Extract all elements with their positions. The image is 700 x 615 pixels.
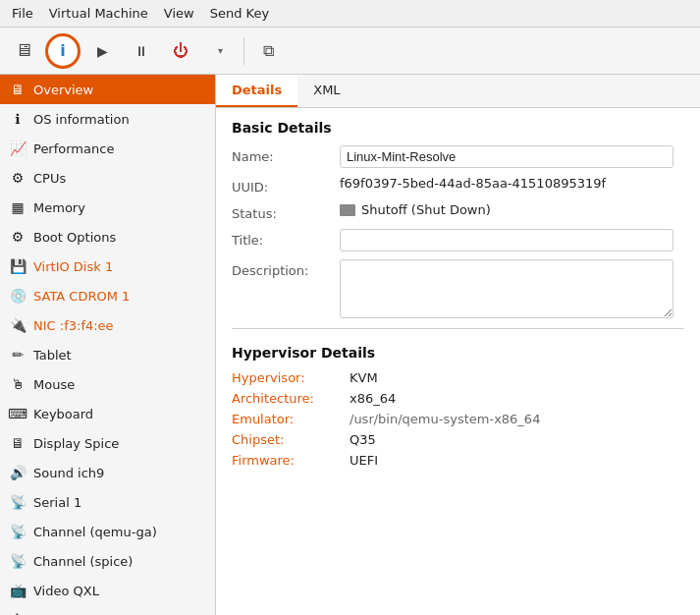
boot-icon: ⚙: [8, 227, 27, 247]
sidebar-item-memory[interactable]: ▦Memory: [0, 193, 215, 222]
channel-icon: 📡: [8, 522, 27, 541]
sidebar-item-performance[interactable]: 📈Performance: [0, 134, 215, 163]
firmware-value: UEFI: [350, 453, 378, 468]
title-row: Title:: [232, 229, 684, 252]
description-input[interactable]: [340, 259, 673, 318]
sidebar-label-keyboard: Keyboard: [33, 407, 207, 421]
sidebar-label-mouse: Mouse: [33, 377, 207, 392]
video-icon: 📺: [8, 581, 27, 600]
dropdown-button[interactable]: ▾: [202, 33, 238, 69]
uuid-value: f69f0397-5bed-44ad-85aa-41510895319f: [340, 176, 684, 191]
sidebar-item-watchdog[interactable]: ⏱Watchdog: [0, 605, 215, 615]
screenshot-button[interactable]: ⧉: [250, 33, 286, 69]
sidebar-label-display-spice: Display Spice: [33, 436, 207, 451]
sound-icon: 🔊: [8, 463, 27, 482]
monitor-button[interactable]: 🖥: [6, 33, 41, 69]
disk-icon: 💾: [8, 256, 27, 276]
info-icon: i: [60, 41, 65, 60]
sidebar-item-nic-f3f4ee[interactable]: 🔌NIC :f3:f4:ee: [0, 310, 215, 340]
screenshot-icon: ⧉: [263, 42, 274, 60]
status-label: Status:: [232, 202, 340, 221]
cpu-icon: ⚙: [8, 168, 27, 188]
hypervisor-title: Hypervisor Details: [232, 345, 684, 361]
description-label: Description:: [232, 259, 340, 278]
architecture-value: x86_64: [350, 391, 396, 406]
power-icon: ⏻: [173, 42, 188, 60]
sidebar-item-os-information[interactable]: ℹOS information: [0, 104, 215, 134]
chevron-down-icon: ▾: [218, 45, 223, 56]
tab-xml[interactable]: XML: [297, 75, 355, 107]
play-button[interactable]: ▶: [84, 33, 120, 69]
sidebar-item-sound-ich9[interactable]: 🔊Sound ich9: [0, 458, 215, 487]
tab-bar: Details XML: [216, 75, 700, 108]
memory-icon: ▦: [8, 197, 27, 217]
sidebar-item-video-qxl[interactable]: 📺Video QXL: [0, 576, 215, 605]
menu-send-key[interactable]: Send Key: [202, 4, 277, 23]
sidebar-item-channel-spice[interactable]: 📡Channel (spice): [0, 546, 215, 576]
mouse-icon: 🖱: [8, 374, 27, 394]
sidebar-item-cpus[interactable]: ⚙CPUs: [0, 163, 215, 193]
uuid-row: UUID: f69f0397-5bed-44ad-85aa-4151089531…: [232, 176, 684, 195]
display-icon: 🖥: [8, 433, 27, 453]
nic-icon: 🔌: [8, 315, 27, 335]
pause-button[interactable]: ⏸: [124, 33, 159, 69]
channel-icon: 📡: [8, 551, 27, 571]
toolbar: 🖥 i ▶ ⏸ ⏻ ▾ ⧉: [0, 28, 700, 75]
sidebar: 🖥OverviewℹOS information📈Performance⚙CPU…: [0, 75, 216, 615]
sidebar-label-nic-f3f4ee: NIC :f3:f4:ee: [33, 318, 207, 333]
toolbar-separator: [243, 37, 244, 65]
serial-icon: 📡: [8, 492, 27, 512]
description-row: Description:: [232, 259, 684, 318]
sidebar-label-memory: Memory: [33, 200, 207, 215]
title-input[interactable]: [340, 229, 673, 252]
sidebar-label-boot-options: Boot Options: [33, 230, 207, 245]
content-area: Details XML Basic Details Name: UUID: f6…: [216, 75, 700, 615]
sidebar-item-keyboard[interactable]: ⌨Keyboard: [0, 399, 215, 428]
sidebar-label-performance: Performance: [33, 141, 207, 156]
menu-file[interactable]: File: [4, 4, 41, 23]
sidebar-item-display-spice[interactable]: 🖥Display Spice: [0, 428, 215, 458]
sidebar-label-os-information: OS information: [33, 112, 207, 127]
sidebar-item-sata-cdrom-1[interactable]: 💿SATA CDROM 1: [0, 281, 215, 310]
menubar: File Virtual Machine View Send Key: [0, 0, 700, 28]
tab-details[interactable]: Details: [216, 75, 297, 107]
emulator-row: Emulator: /usr/bin/qemu-system-x86_64: [232, 412, 684, 426]
sidebar-item-mouse[interactable]: 🖱Mouse: [0, 369, 215, 399]
sidebar-label-sound-ich9: Sound ich9: [33, 466, 207, 480]
tablet-icon: ✏: [8, 345, 27, 364]
info-button[interactable]: i: [45, 33, 81, 69]
sidebar-item-channel-qemu-ga[interactable]: 📡Channel (qemu-ga): [0, 517, 215, 546]
info-icon: ℹ: [8, 109, 27, 129]
sidebar-item-overview[interactable]: 🖥Overview: [0, 75, 215, 104]
sidebar-item-serial-1[interactable]: 📡Serial 1: [0, 487, 215, 517]
hypervisor-label: Hypervisor:: [232, 370, 350, 385]
firmware-row: Firmware: UEFI: [232, 453, 684, 468]
emulator-label: Emulator:: [232, 412, 350, 426]
status-value-container: Shutoff (Shut Down): [340, 202, 491, 217]
basic-details-title: Basic Details: [232, 120, 684, 136]
sidebar-item-tablet[interactable]: ✏Tablet: [0, 340, 215, 369]
firmware-label: Firmware:: [232, 453, 350, 468]
sidebar-label-overview: Overview: [33, 83, 207, 97]
sidebar-label-sata-cdrom-1: SATA CDROM 1: [33, 289, 207, 304]
architecture-row: Architecture: x86_64: [232, 391, 684, 406]
chipset-label: Chipset:: [232, 432, 350, 447]
sidebar-label-channel-spice: Channel (spice): [33, 554, 207, 569]
name-row: Name:: [232, 145, 684, 168]
name-input[interactable]: [340, 145, 673, 168]
menu-virtual-machine[interactable]: Virtual Machine: [41, 4, 156, 23]
chipset-value: Q35: [350, 432, 376, 447]
sidebar-label-serial-1: Serial 1: [33, 495, 207, 510]
sidebar-item-boot-options[interactable]: ⚙Boot Options: [0, 222, 215, 252]
hypervisor-row: Hypervisor: KVM: [232, 370, 684, 385]
status-row: Status: Shutoff (Shut Down): [232, 202, 684, 221]
menu-view[interactable]: View: [156, 4, 202, 23]
sidebar-item-virtio-disk-1[interactable]: 💾VirtIO Disk 1: [0, 252, 215, 281]
status-icon: [340, 204, 355, 216]
cdrom-icon: 💿: [8, 286, 27, 306]
sidebar-label-channel-qemu-ga: Channel (qemu-ga): [33, 525, 207, 539]
keyboard-icon: ⌨: [8, 404, 27, 423]
main-area: 🖥OverviewℹOS information📈Performance⚙CPU…: [0, 75, 700, 615]
power-button[interactable]: ⏻: [163, 33, 198, 69]
sidebar-label-cpus: CPUs: [33, 171, 207, 186]
